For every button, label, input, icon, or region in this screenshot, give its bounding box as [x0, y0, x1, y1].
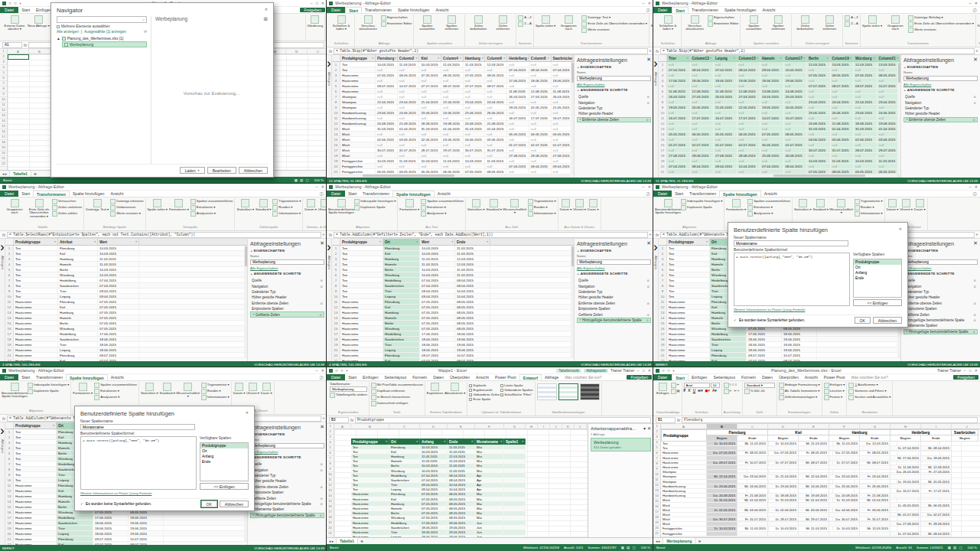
- cell[interactable]: null: [507, 126, 529, 131]
- ribbon-button[interactable]: Indexspalte hinzufügen ▾: [681, 199, 722, 204]
- cell[interactable]: 10.03.2015: [420, 267, 455, 272]
- table-row[interactable]: 20HautcremeLeipzig18.06.201519.06.2015: [332, 347, 574, 353]
- cell[interactable]: 19.08.2015: [441, 121, 464, 126]
- column-header[interactable]: Column8: [529, 55, 552, 61]
- cell[interactable]: null: [529, 137, 552, 142]
- cell[interactable]: Trier: [383, 289, 420, 293]
- cell[interactable]: Leipzig: [710, 347, 747, 352]
- ok-button[interactable]: OK: [855, 317, 871, 324]
- cell[interactable]: Hautcreme: [667, 305, 710, 309]
- cell[interactable]: Flensburg: [383, 353, 420, 357]
- ribbon-button[interactable]: Z→A: [518, 21, 532, 27]
- cell[interactable]: null: [714, 121, 737, 126]
- cell[interactable]: 31.07.2015: [485, 148, 507, 152]
- ribbon-button[interactable]: Runden ▾: [528, 205, 556, 210]
- cell[interactable]: Tee: [667, 294, 710, 298]
- quick-access-toolbar[interactable]: ↺ ↻ ▾: [662, 369, 676, 373]
- applied-step[interactable]: Navigation⚙: [577, 283, 651, 289]
- applied-step[interactable]: Höher gestufte Header: [903, 111, 978, 116]
- applied-step[interactable]: ✕Hinzugefügte benutzerdefinierte Spalte⚙: [577, 318, 651, 323]
- cell[interactable]: 07.05.2015: [420, 310, 455, 315]
- ribbon-tab[interactable]: Start: [672, 7, 689, 13]
- table-style-green-selected[interactable]: [558, 383, 578, 400]
- cell[interactable]: null: [760, 148, 784, 152]
- cell[interactable]: null: [441, 78, 464, 83]
- cell[interactable]: null: [529, 73, 552, 77]
- table-row[interactable]: 1116.07.201517.07.201516.07.201517.07.20…: [659, 116, 900, 121]
- table-row[interactable]: 10Handwerkszeug23.06.201524.06.201523.06…: [332, 110, 574, 116]
- table-column-header[interactable]: Spalte1: [504, 439, 526, 445]
- table-format-option[interactable]: ✓Kopfzeile: [469, 383, 500, 387]
- cell[interactable]: null: [667, 73, 691, 77]
- cell[interactable]: null: [807, 78, 831, 83]
- cell[interactable]: Tee: [340, 256, 383, 261]
- cell[interactable]: 25.03.2015: [784, 94, 808, 99]
- cell[interactable]: [737, 532, 768, 536]
- cell[interactable]: 28.08.2015: [691, 153, 715, 158]
- table-row[interactable]: 16HautcremeWürzburg07.05.201508.05.2015: [332, 326, 574, 331]
- cell[interactable]: Tee: [14, 267, 58, 272]
- table-row[interactable]: 6TeeWürzburg10.03.201511.03.2015: [332, 272, 574, 278]
- cell[interactable]: null: [529, 148, 552, 152]
- applied-step[interactable]: Entpivotierte Spalten: [250, 306, 324, 311]
- ribbon-tab[interactable]: Ansicht: [107, 191, 126, 197]
- ribbon-button[interactable]: Z→A: [845, 21, 858, 27]
- cell[interactable]: Hautcreme: [340, 89, 376, 93]
- cell[interactable]: 07.05.2015: [98, 326, 139, 331]
- table-row[interactable]: 4Hautcremenullnullnullnullnullnull17.06.…: [332, 78, 574, 83]
- cell[interactable]: 09.07.2015: [98, 353, 139, 357]
- cell[interactable]: Hautcreme: [340, 73, 376, 77]
- cell[interactable]: Tee: [340, 262, 383, 266]
- cell[interactable]: Heidelberg: [57, 515, 93, 520]
- cell[interactable]: null: [691, 73, 715, 77]
- cell[interactable]: 16.07.2015: [507, 116, 529, 120]
- properties-section[interactable]: EIGENSCHAFTEN: [577, 249, 651, 253]
- resize-table-button[interactable]: Tabellengröße ändern: [330, 393, 367, 398]
- cell[interactable]: null: [760, 158, 784, 163]
- cell[interactable]: 09.04.2015: [552, 164, 574, 168]
- cell[interactable]: 10.03.2015: [98, 246, 139, 250]
- font-size-select[interactable]: 10: [711, 383, 720, 388]
- new-column-name-input[interactable]: Monatsname: [734, 240, 848, 246]
- table-row[interactable]: 2TeeKiel10.03.201511.03.2015: [332, 251, 574, 256]
- cell[interactable]: Müsli: [340, 137, 376, 142]
- cell[interactable]: Hautcreme: [14, 488, 57, 493]
- all-properties-link[interactable]: Alle Eigenschaften: [903, 83, 978, 86]
- cell[interactable]: 27.08.2015: [507, 153, 529, 158]
- table-row[interactable]: 6Hautcremenullnullnullnullnullnull11.08.…: [332, 89, 574, 94]
- cell[interactable]: Shampoo: [340, 94, 376, 99]
- column-header[interactable]: Hameln: [760, 55, 784, 61]
- cell[interactable]: null: [507, 99, 529, 104]
- table-row[interactable]: 13Müsli31.03.201501.04.201531.03.201501.…: [332, 126, 574, 132]
- cell[interactable]: null: [784, 99, 808, 104]
- available-column[interactable]: Ende: [854, 276, 901, 281]
- cell[interactable]: null: [507, 121, 529, 126]
- column-header[interactable]: Berlin: [807, 55, 831, 61]
- cell[interactable]: null: [807, 94, 831, 99]
- cell[interactable]: Tee: [14, 456, 57, 461]
- table-row[interactable]: 15HautcremeBerlin07.05.201508.05.2015: [332, 321, 574, 326]
- cell[interactable]: 11.03.2015: [398, 62, 420, 67]
- ribbon-button[interactable]: Duplizierte Spalte: [681, 205, 722, 210]
- cell[interactable]: null: [529, 83, 552, 88]
- cell[interactable]: Hautcreme: [14, 520, 57, 525]
- cell[interactable]: 09.04.2015: [714, 164, 737, 168]
- table-row[interactable]: 19nullnullnullnullnullnull10.03.201511.0…: [659, 158, 900, 164]
- close-button[interactable]: ✕: [648, 1, 651, 5]
- ribbon-button[interactable]: Dauer ▾: [261, 382, 272, 395]
- row-number[interactable]: 21: [0, 156, 7, 161]
- cell[interactable]: null: [552, 83, 574, 88]
- cell[interactable]: Hautcreme: [340, 310, 383, 315]
- cell[interactable]: 20.08.2015: [464, 121, 486, 126]
- ribbon-tab[interactable]: Entwurf: [519, 374, 542, 380]
- cell[interactable]: Hautcreme: [667, 326, 710, 331]
- ribbon-tab[interactable]: Start: [345, 7, 362, 13]
- applied-step[interactable]: Entfernte oberste Zeilen⚙: [250, 484, 324, 490]
- cell[interactable]: 01.07.2015: [552, 142, 574, 147]
- table-row[interactable]: 10nullnullnullnullnullnull25.06.201526.0…: [659, 110, 900, 116]
- ribbon-button[interactable]: Werte ersetzen: [581, 28, 647, 33]
- table-row[interactable]: 11HautcremeFlensburg07.05.201508.05.2015: [332, 299, 574, 305]
- cell[interactable]: 28.07.2015: [854, 148, 877, 152]
- cell[interactable]: Müsli: [340, 153, 376, 158]
- ribbon-button[interactable]: Spalte teilen ▾: [536, 15, 555, 31]
